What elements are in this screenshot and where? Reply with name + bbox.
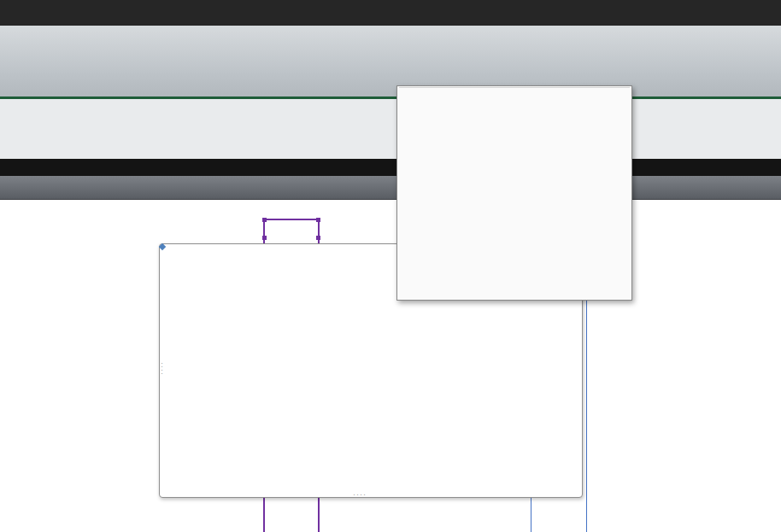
excel-window: ···· ···· [0,0,781,532]
ribbon [0,26,781,96]
column-header-row [0,176,781,200]
more-trendline-options-item[interactable] [397,89,631,96]
chart-resize-handle[interactable]: ···· [158,362,167,376]
chart-resize-handle[interactable]: ···· [353,490,367,499]
workspace-band [0,99,781,159]
field-header-row [0,200,781,219]
menu-separator [399,87,630,88]
chart-legend[interactable] [160,244,168,249]
ribbon-tab-bar [0,0,781,26]
sheet-divider-band [0,159,781,176]
trendline-dropdown-menu [396,85,632,301]
legend-marker-icon [159,243,166,250]
